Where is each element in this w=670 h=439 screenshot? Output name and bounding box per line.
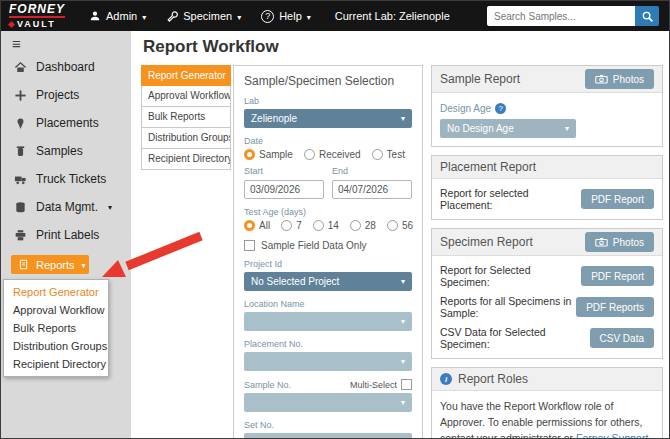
- design-age-label: Design Age: [440, 103, 491, 114]
- start-date-input[interactable]: [244, 180, 324, 199]
- specimen-report-row: CSV Data for Selected Specimen: CSV Data: [440, 326, 654, 350]
- search-icon: [641, 10, 654, 23]
- specimen-report-box: Specimen Report Photos Report for Select…: [431, 228, 663, 359]
- radio-date-received[interactable]: Received: [304, 149, 361, 160]
- forney-support-link[interactable]: Forney Support.: [576, 432, 651, 439]
- sidebar-item-dashboard[interactable]: Dashboard: [1, 53, 131, 81]
- tab-distribution-groups[interactable]: Distribution Groups: [141, 128, 231, 149]
- sidebar-item-data-mgmt[interactable]: Data Mgmt. ▾: [1, 193, 131, 221]
- search-input[interactable]: [487, 6, 635, 26]
- sidebar-item-samples[interactable]: Samples: [1, 137, 131, 165]
- sample-report-box: Sample Report Photos Design Age ? No Des…: [431, 65, 663, 147]
- project-id-dropdown[interactable]: No Selected Project ▾: [244, 272, 412, 291]
- specimen-menu-label: Specimen: [183, 10, 232, 22]
- sidebar-item-truck-tickets[interactable]: Truck Tickets: [1, 165, 131, 193]
- radio-selected-icon: [244, 220, 255, 231]
- workflow-tabs: Report Generator Approval Workflow Bulk …: [141, 65, 231, 170]
- radio-icon: [387, 220, 398, 231]
- radio-date-sample[interactable]: Sample: [244, 149, 293, 160]
- radio-age-56[interactable]: 56: [387, 220, 413, 231]
- lab-dropdown-value: Zelienople: [251, 113, 297, 124]
- caret-down-icon: ▾: [237, 13, 241, 22]
- current-lab-label: Current Lab: Zelienople: [335, 10, 450, 22]
- help-menu-label: Help: [279, 10, 302, 22]
- design-age-dropdown[interactable]: No Design Age ▾: [440, 119, 576, 138]
- panel-header: Sample/Specimen Selection: [244, 74, 412, 88]
- submenu-item-approval-workflow[interactable]: Approval Workflow: [4, 301, 108, 319]
- sidebar-item-reports[interactable]: Reports ▾: [11, 255, 89, 274]
- multi-select-toggle[interactable]: Multi-Select: [350, 379, 412, 390]
- plus-icon: [14, 89, 27, 102]
- radio-age-7[interactable]: 7: [281, 220, 302, 231]
- location-name-label: Location Name: [244, 299, 412, 309]
- multi-select-label: Multi-Select: [350, 380, 397, 390]
- logo-text-vault: VAULT: [17, 20, 56, 29]
- radio-date-test[interactable]: Test: [372, 149, 405, 160]
- placement-no-label: Placement No.: [244, 339, 412, 349]
- sidebar-item-label: Truck Tickets: [36, 172, 106, 186]
- chevron-down-icon: ▾: [401, 317, 405, 326]
- radio-icon: [281, 220, 292, 231]
- forney-vault-logo[interactable]: FORNEY VAULT: [9, 3, 65, 29]
- placement-no-dropdown[interactable]: ▾: [244, 352, 412, 371]
- tab-bulk-reports[interactable]: Bulk Reports: [141, 107, 231, 128]
- csv-data-button[interactable]: CSV Data: [590, 328, 654, 348]
- placement-report-header: Placement Report: [440, 160, 536, 174]
- radio-age-28[interactable]: 28: [350, 220, 376, 231]
- sample-field-data-checkbox-row[interactable]: Sample Field Data Only: [244, 240, 412, 251]
- location-name-dropdown[interactable]: ▾: [244, 312, 412, 331]
- radio-icon: [313, 220, 324, 231]
- radio-age-all[interactable]: All: [244, 220, 270, 231]
- submenu-item-distribution-groups[interactable]: Distribution Groups: [4, 337, 108, 355]
- all-specimens-pdf-reports-button[interactable]: PDF Reports: [576, 297, 654, 317]
- help-icon: ?: [261, 10, 274, 23]
- logo-diamond-icon: [8, 21, 15, 28]
- sidebar-item-label: Print Labels: [36, 228, 99, 242]
- specimen-pdf-report-button[interactable]: PDF Report: [581, 266, 654, 286]
- checkbox-icon[interactable]: [401, 379, 412, 390]
- search-button[interactable]: [635, 6, 659, 26]
- sidebar-toggle-icon[interactable]: ≡: [12, 36, 131, 51]
- info-icon: i: [440, 373, 452, 385]
- end-date-input[interactable]: [332, 180, 412, 199]
- admin-menu[interactable]: Admin ▾: [89, 10, 146, 22]
- radio-icon: [350, 220, 361, 231]
- tab-recipient-directory[interactable]: Recipient Directory: [141, 149, 231, 170]
- set-no-dropdown[interactable]: ▾: [244, 433, 412, 439]
- help-menu[interactable]: ? Help ▾: [261, 10, 311, 23]
- test-age-label: Test Age (days): [244, 207, 412, 217]
- submenu-item-recipient-directory[interactable]: Recipient Directory: [4, 355, 108, 373]
- submenu-item-report-generator[interactable]: Report Generator: [4, 283, 108, 301]
- chevron-down-icon: ▾: [401, 114, 405, 123]
- checkbox-icon[interactable]: [244, 240, 255, 251]
- sidebar-item-placements[interactable]: Placements: [1, 109, 131, 137]
- app-window: FORNEY VAULT Admin ▾ Specimen ▾ ? Help ▾…: [0, 0, 670, 439]
- lab-dropdown[interactable]: Zelienople ▾: [244, 109, 412, 128]
- radio-age-14[interactable]: 14: [313, 220, 339, 231]
- search-group: [487, 6, 659, 26]
- end-label: End: [332, 166, 412, 176]
- start-label: Start: [244, 166, 324, 176]
- specimen-menu[interactable]: Specimen ▾: [166, 10, 241, 22]
- sample-photos-button[interactable]: Photos: [585, 69, 654, 89]
- submenu-item-bulk-reports[interactable]: Bulk Reports: [4, 319, 108, 337]
- design-age-help-icon[interactable]: ?: [495, 103, 506, 114]
- sample-specimen-selection-panel: Sample/Specimen Selection Lab Zelienople…: [233, 65, 423, 439]
- tab-approval-workflow[interactable]: Approval Workflow: [141, 86, 231, 107]
- chevron-down-icon: ▾: [565, 124, 569, 133]
- report-roles-header: Report Roles: [458, 372, 528, 386]
- tab-report-generator[interactable]: Report Generator: [141, 65, 231, 86]
- map-pin-icon: [14, 117, 27, 130]
- sidebar: ≡ Dashboard Projects Placements Samples …: [1, 31, 131, 438]
- wrench-icon: [166, 10, 178, 22]
- lab-label: Lab: [244, 96, 412, 106]
- sidebar-item-print-labels[interactable]: Print Labels: [1, 221, 131, 249]
- placement-report-row-label: Report for selected Placement:: [440, 187, 581, 211]
- placement-pdf-report-button[interactable]: PDF Report: [581, 189, 654, 209]
- report-roles-text: You have the Report Workflow role of App…: [440, 399, 654, 439]
- report-actions-column: Sample Report Photos Design Age ? No Des…: [431, 65, 663, 439]
- specimen-photos-button[interactable]: Photos: [585, 232, 654, 252]
- sample-no-dropdown[interactable]: ▾: [244, 393, 412, 412]
- sidebar-item-label: Placements: [36, 116, 99, 130]
- sidebar-item-projects[interactable]: Projects: [1, 81, 131, 109]
